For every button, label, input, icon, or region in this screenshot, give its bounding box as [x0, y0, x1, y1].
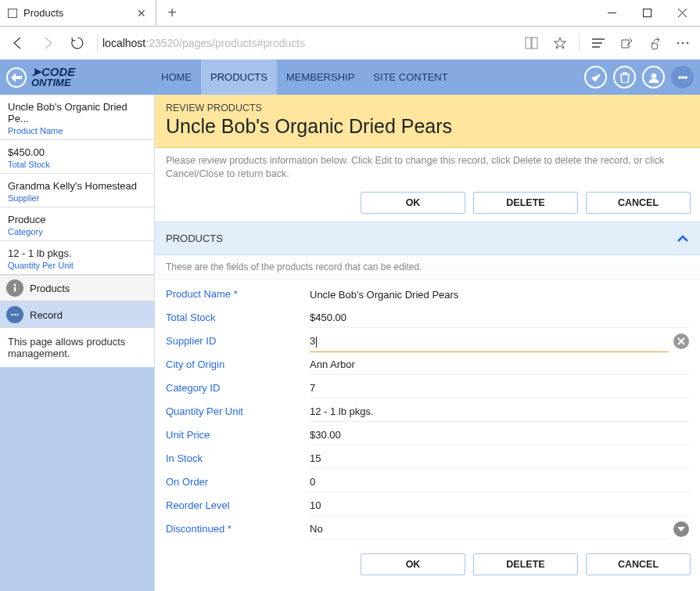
field-value[interactable]: Uncle Bob's Organic Dried Pears: [310, 284, 689, 305]
svg-point-20: [14, 314, 16, 315]
browser-refresh-button[interactable]: [63, 29, 92, 57]
field-value[interactable]: 0: [310, 471, 689, 492]
side-card-supplier[interactable]: Grandma Kelly's Homestead Supplier: [0, 174, 154, 207]
field-label: Total Stock: [166, 312, 310, 323]
address-bar[interactable]: localhost:23520/pages/products#products: [102, 37, 305, 49]
svg-point-14: [678, 76, 680, 78]
svg-point-21: [16, 314, 18, 315]
field-label: On Order: [166, 476, 310, 488]
svg-point-16: [684, 76, 687, 78]
window-minimize-button[interactable]: [594, 0, 630, 26]
field-value[interactable]: 12 - 1 lb pkgs.: [310, 401, 689, 422]
ok-button[interactable]: OK: [361, 192, 465, 214]
breadcrumb: REVIEW PRODUCTS: [166, 103, 689, 114]
window-close-button[interactable]: [665, 0, 700, 26]
field-value[interactable]: 7: [310, 377, 689, 398]
new-tab-button[interactable]: +: [156, 0, 188, 27]
svg-rect-5: [532, 38, 537, 49]
top-nav: HOME PRODUCTS MEMBERSHIP SITE CONTENT: [152, 59, 458, 95]
delete-button-bottom[interactable]: DELETE: [473, 553, 578, 575]
nav-products[interactable]: PRODUCTS: [201, 59, 277, 95]
field-row: City of OriginAnn Arbor: [166, 353, 689, 377]
field-value[interactable]: $450.00: [310, 307, 689, 328]
ok-button-bottom[interactable]: OK: [361, 553, 465, 575]
url-path: :23520/pages/products#products: [145, 37, 305, 49]
field-row: Reorder Level10: [166, 494, 689, 517]
svg-point-15: [681, 76, 684, 78]
field-row: Supplier ID3: [166, 330, 689, 353]
field-row: Category ID7: [166, 377, 689, 400]
help-text: Please review products information below…: [155, 148, 700, 187]
favorite-icon[interactable]: [546, 29, 574, 57]
record-header: REVIEW PRODUCTS Uncle Bob's Organic Drie…: [155, 95, 700, 148]
panel-header[interactable]: PRODUCTS: [155, 222, 700, 255]
sidebar-description: This page allows products management.: [0, 328, 154, 367]
dropdown-icon[interactable]: [673, 521, 689, 537]
browser-tab[interactable]: Products ✕: [0, 0, 156, 27]
user-icon[interactable]: [642, 66, 665, 88]
tab-title: Products: [23, 7, 135, 19]
clear-icon[interactable]: [673, 333, 689, 349]
field-row: On Order0: [166, 470, 689, 494]
app-logo[interactable]: ➤CODEONTIME: [31, 67, 75, 88]
field-row: Discontinued *No: [166, 517, 689, 541]
svg-point-12: [687, 42, 689, 45]
field-row: In Stock15: [166, 447, 689, 470]
panel-help: These are the fields of the products rec…: [155, 255, 700, 279]
app-back-button[interactable]: [6, 67, 27, 88]
window-maximize-button[interactable]: [630, 0, 665, 26]
nav-sitecontent[interactable]: SITE CONTENT: [364, 59, 457, 95]
sidebar-pill-record[interactable]: Record: [0, 301, 154, 328]
side-card-quantity[interactable]: 12 - 1 lb pkgs. Quantity Per Unit: [0, 241, 154, 275]
collapse-icon[interactable]: [677, 230, 689, 247]
nav-membership[interactable]: MEMBERSHIP: [277, 59, 364, 95]
field-row: Total Stock$450.00: [166, 306, 689, 330]
side-card-total-stock[interactable]: $450.00 Total Stock: [0, 140, 154, 174]
field-label: Discontinued *: [166, 523, 310, 535]
field-value[interactable]: No: [310, 518, 669, 539]
field-row: Product Name *Uncle Bob's Organic Dried …: [166, 283, 689, 306]
field-row: Quantity Per Unit12 - 1 lb pkgs.: [166, 400, 689, 423]
browser-forward-button[interactable]: [33, 29, 63, 57]
field-value[interactable]: $30.00: [310, 424, 689, 445]
side-card-product-name[interactable]: Uncle Bob's Organic Dried Pe... Product …: [0, 95, 154, 140]
side-card-category[interactable]: Produce Category: [0, 207, 154, 241]
field-label: In Stock: [166, 452, 310, 464]
cancel-button-bottom[interactable]: CANCEL: [586, 553, 691, 575]
reading-mode-icon[interactable]: [518, 29, 546, 57]
cancel-button[interactable]: CANCEL: [586, 192, 691, 214]
browser-back-button[interactable]: [3, 29, 33, 57]
hub-icon[interactable]: [584, 29, 612, 57]
close-tab-icon[interactable]: ✕: [135, 5, 148, 21]
svg-point-9: [652, 43, 658, 49]
svg-rect-4: [526, 38, 531, 49]
field-value[interactable]: Ann Arbor: [310, 354, 689, 375]
confirm-icon[interactable]: [584, 66, 607, 88]
sidebar-pill-products[interactable]: Products: [0, 275, 154, 301]
more-icon[interactable]: [669, 29, 697, 57]
share-icon[interactable]: [641, 29, 669, 57]
field-row: Unit Price$30.00: [166, 423, 689, 447]
field-label: Quantity Per Unit: [166, 405, 310, 417]
field-label: Product Name *: [166, 288, 310, 300]
field-value[interactable]: 10: [310, 495, 689, 516]
tab-favicon: [8, 9, 17, 18]
svg-point-19: [11, 314, 13, 315]
field-value[interactable]: 15: [310, 448, 689, 469]
field-value[interactable]: 3: [310, 330, 669, 352]
info-icon: [6, 279, 23, 297]
field-label: Reorder Level: [166, 499, 310, 511]
svg-point-11: [682, 42, 684, 45]
svg-point-10: [677, 42, 680, 45]
dots-icon: [6, 306, 23, 323]
delete-icon[interactable]: [613, 66, 636, 88]
svg-rect-1: [644, 9, 652, 17]
nav-home[interactable]: HOME: [152, 59, 201, 95]
page-title: Uncle Bob's Organic Dried Pears: [166, 115, 689, 138]
delete-button[interactable]: DELETE: [473, 192, 578, 214]
app-more-icon[interactable]: [671, 66, 694, 88]
notes-icon[interactable]: [612, 29, 641, 57]
svg-rect-18: [14, 287, 16, 292]
field-label: Unit Price: [166, 429, 310, 441]
field-label: City of Origin: [166, 359, 310, 370]
